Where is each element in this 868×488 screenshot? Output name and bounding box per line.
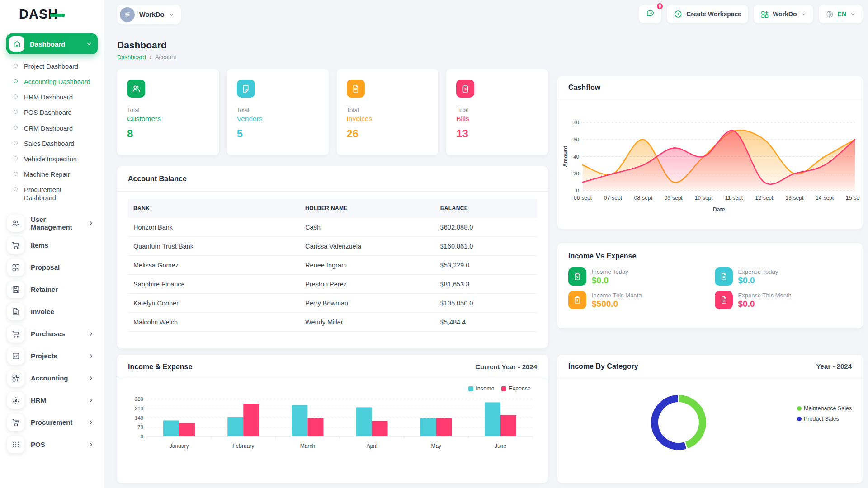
- legend-label: Income: [476, 385, 494, 392]
- cell-holder: Renee Ingram: [300, 256, 435, 275]
- stat-prefix: Total: [127, 107, 209, 113]
- cart-icon: [7, 325, 24, 343]
- legend-item-expense[interactable]: Expense: [501, 385, 531, 392]
- income-vs-expense-panel: Income Vs Expense $ Income Today$0.0 Exp…: [557, 243, 863, 328]
- legend-item-income[interactable]: Income: [468, 385, 494, 392]
- sidebar-item-purchases[interactable]: Purchases: [5, 323, 99, 345]
- expense-file-icon: [715, 267, 733, 286]
- bullet-icon: [14, 187, 18, 191]
- sidebar-item-project-dashboard[interactable]: Project Dashboard: [12, 59, 99, 74]
- nav-label: Proposal: [31, 263, 99, 271]
- sidebar-item-pos[interactable]: POS: [5, 433, 99, 455]
- subnav-label: Vehicle Inspection: [24, 155, 77, 163]
- svg-text:210: 210: [135, 406, 143, 411]
- subnav-label: Project Dashboard: [24, 62, 78, 70]
- chevron-down-icon: [801, 11, 807, 17]
- income-expense-panel: Income & Expense Current Year - 2024 Inc…: [117, 355, 548, 483]
- breadcrumb-dashboard-link[interactable]: Dashboard: [117, 54, 146, 61]
- legend-item-maintenance-sales[interactable]: Maintenance Sales: [797, 405, 852, 412]
- sidebar-item-accounting-dashboard[interactable]: Accounting Dashboard: [12, 74, 99, 89]
- bullet-icon: [14, 110, 18, 114]
- svg-text:10-sept: 10-sept: [695, 195, 713, 201]
- brand-dash-accent: [50, 14, 65, 17]
- subnav-label: Machine Repair: [24, 170, 70, 178]
- users-icon: [7, 215, 24, 232]
- svg-text:140: 140: [135, 415, 143, 421]
- sidebar-item-retainer[interactable]: Retainer: [5, 278, 99, 300]
- chevron-right-icon: [88, 220, 94, 226]
- product-sales-dot: [797, 417, 802, 421]
- sidebar-item-crm-dashboard[interactable]: CRM Dashboard: [12, 121, 99, 136]
- stat-card-invoices: Total Invoices 26: [337, 69, 439, 155]
- dots-circle-icon: [7, 392, 24, 409]
- legend-item-product-sales[interactable]: Product Sales: [797, 416, 852, 422]
- nav-label: Items: [31, 241, 99, 249]
- bullet-icon: [14, 172, 18, 176]
- sidebar-item-sales-dashboard[interactable]: Sales Dashboard: [12, 136, 99, 151]
- right-column: Cashflow 02040608006-sept07-sept08-sept0…: [557, 69, 863, 483]
- maintenance-sales-dot: [797, 406, 802, 411]
- subnav-label: Sales Dashboard: [24, 140, 74, 148]
- sidebar-item-procurement[interactable]: Procurement: [5, 411, 99, 433]
- stat-value: 13: [456, 127, 538, 140]
- svg-text:Amount: Amount: [562, 145, 569, 167]
- cell-bank: Quantum Trust Bank: [128, 237, 300, 256]
- sidebar-item-procurement-dashboard[interactable]: Procurement Dashboard: [12, 182, 99, 206]
- sidebar-item-dashboard[interactable]: Dashboard: [6, 33, 98, 54]
- file-icon: [7, 303, 24, 320]
- cell-balance: $602,888.0: [435, 218, 537, 237]
- sidebar-item-projects[interactable]: Projects: [5, 345, 99, 367]
- sidebar-item-accounting[interactable]: Accounting: [5, 367, 99, 389]
- nav-label: Purchases: [31, 330, 81, 338]
- company-menu-button[interactable]: WorkDo: [754, 5, 813, 23]
- legend-label: Expense: [509, 385, 531, 392]
- brand-logo[interactable]: DASH: [5, 0, 99, 28]
- sidebar-item-hrm[interactable]: HRM: [5, 389, 99, 411]
- nav-label: Retainer: [31, 286, 99, 293]
- panel-title: Income & Expense: [128, 363, 192, 371]
- svg-text:07-sept: 07-sept: [604, 195, 623, 201]
- svg-text:June: June: [495, 443, 506, 449]
- nav-label: Projects: [31, 352, 81, 360]
- income-expense-bar-chart[interactable]: 070140210280JanuaryFebruaryMarchAprilMay…: [128, 393, 537, 455]
- stat-label: Income This Month: [592, 292, 642, 299]
- income-by-category-donut[interactable]: [648, 392, 709, 453]
- workspace-switcher[interactable]: WorkDo: [117, 5, 181, 24]
- stat-cards: Total Customers 8 Total Vendors 5 Total …: [117, 69, 548, 155]
- sidebar-item-hrm-dashboard[interactable]: HRM Dashboard: [12, 89, 99, 105]
- svg-text:April: April: [367, 443, 377, 449]
- sidebar-item-vehicle-inspection[interactable]: Vehicle Inspection: [12, 151, 99, 167]
- stat-card-customers: Total Customers 8: [117, 69, 219, 155]
- legend-label: Product Sales: [804, 416, 839, 422]
- account-balance-table: Bank Holder Name Balance Horizon BankCas…: [117, 192, 548, 332]
- stat-expense-this-month: Expense This Month$0.0: [715, 291, 852, 309]
- messages-button[interactable]: 0: [639, 5, 661, 23]
- sidebar-item-invoice[interactable]: Invoice: [5, 300, 99, 323]
- left-column: Total Customers 8 Total Vendors 5 Total …: [117, 69, 548, 483]
- cell-balance: $5,484.4: [435, 313, 537, 332]
- sidebar-item-items[interactable]: Items: [5, 234, 99, 256]
- subnav-label: HRM Dashboard: [24, 93, 73, 101]
- table-row: Horizon BankCash$602,888.0: [128, 218, 537, 237]
- sidebar-item-pos-dashboard[interactable]: POS Dashboard: [12, 105, 99, 120]
- sidebar-item-proposal[interactable]: Proposal: [5, 256, 99, 278]
- chevron-down-icon: [86, 41, 92, 47]
- cell-holder: Cash: [300, 218, 435, 237]
- svg-text:80: 80: [573, 120, 579, 125]
- chevron-down-icon: [169, 12, 175, 18]
- language-selector[interactable]: EN: [819, 5, 863, 23]
- create-workspace-button[interactable]: Create Workspace: [667, 5, 748, 23]
- sidebar-item-machine-repair[interactable]: Machine Repair: [12, 167, 99, 182]
- svg-text:January: January: [170, 443, 189, 449]
- cashflow-area-chart[interactable]: 02040608006-sept07-sept08-sept09-sept10-…: [561, 101, 859, 228]
- cell-holder: Perry Bowman: [300, 294, 435, 313]
- stat-value: $0.0: [738, 299, 755, 309]
- stat-label: Expense This Month: [738, 292, 792, 299]
- svg-text:$: $: [576, 275, 578, 279]
- breadcrumb-current: Account: [155, 54, 176, 61]
- sidebar-item-user-management[interactable]: User Management: [5, 212, 99, 234]
- svg-text:February: February: [232, 443, 254, 449]
- svg-text:09-sept: 09-sept: [665, 195, 683, 201]
- subnav-label: Accounting Dashboard: [24, 78, 90, 86]
- stat-label: Income Today: [592, 268, 628, 275]
